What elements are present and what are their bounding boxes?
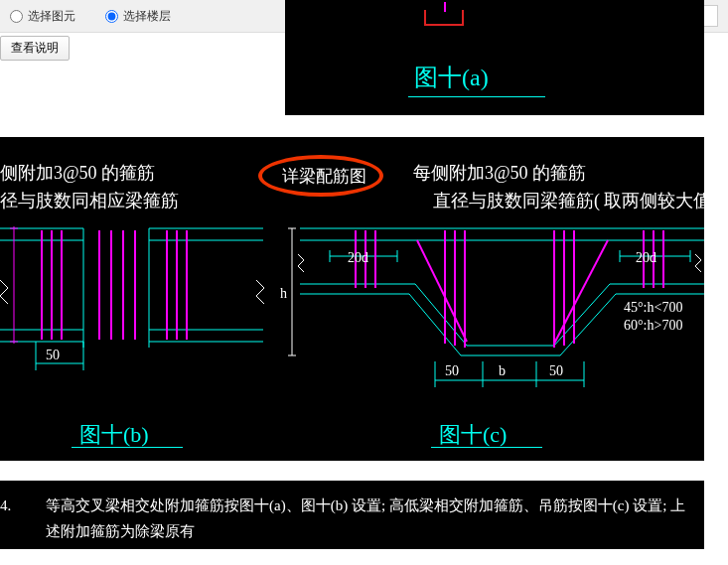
- text-right-line1: 每侧附加3@50 的箍筋: [413, 161, 586, 185]
- figure-label-c: 图十(c): [439, 420, 507, 450]
- red-bracket-icon: [424, 10, 464, 26]
- text-left-line1: 侧附加3@50 的箍筋: [0, 161, 155, 185]
- figure-underline-c: [431, 447, 542, 448]
- svg-line-36: [560, 294, 616, 355]
- text-right-line2: 直径与肢数同梁箍筋( 取两侧较大值): [433, 189, 718, 212]
- figure-underline: [408, 96, 545, 97]
- dim-h: h: [280, 286, 287, 302]
- radio-select-floor-input[interactable]: [105, 10, 118, 23]
- svg-line-62: [554, 240, 608, 344]
- dim-20d-left: 20d: [348, 250, 368, 266]
- cad-viewport-main: 侧附加3@50 的箍筋 径与肢数同相应梁箍筋 每侧附加3@50 的箍筋 直径与肢…: [0, 137, 704, 461]
- dim-50-left: 50: [46, 348, 60, 363]
- cad-viewport-top: 图十(a): [285, 0, 704, 115]
- radio-select-element-input[interactable]: [10, 10, 23, 23]
- figure-label-a: 图十(a): [414, 62, 489, 93]
- figure-underline-b: [72, 447, 183, 448]
- angle-note-2: 60°:h>700: [624, 318, 682, 334]
- radio-label: 选择图元: [28, 8, 75, 25]
- radio-select-floor[interactable]: 选择楼层: [105, 8, 171, 25]
- dim-50-center: 50: [445, 363, 459, 379]
- dim-20d-right: 20d: [636, 250, 656, 266]
- radio-select-element[interactable]: 选择图元: [10, 8, 75, 25]
- help-button[interactable]: 查看说明: [0, 36, 70, 61]
- note-number: 4.: [0, 493, 11, 518]
- svg-line-31: [554, 284, 610, 346]
- dim-50-right: 50: [549, 363, 563, 379]
- note-line2: 抗剪箍筋外增加的箍筋, 原有箍筋应照常设置, 不得共用。: [46, 544, 700, 565]
- note-line1: 等高交叉梁相交处附加箍筋按图十(a)、图十(b) 设置; 高低梁相交附加箍筋、吊…: [46, 493, 700, 544]
- text-left-line2: 径与肢数同相应梁箍筋: [0, 189, 179, 212]
- svg-line-61: [417, 240, 467, 342]
- svg-line-34: [409, 294, 461, 355]
- svg-line-29: [415, 284, 467, 346]
- radio-label: 选择楼层: [123, 8, 171, 25]
- cad-note-strip: 4. 等高交叉梁相交处附加箍筋按图十(a)、图十(b) 设置; 高低梁相交附加箍…: [0, 481, 704, 549]
- dim-b: b: [499, 363, 506, 379]
- figure-label-b: 图十(b): [79, 420, 149, 450]
- red-highlight-ellipse: [258, 155, 383, 197]
- angle-note-1: 45°:h<700: [624, 300, 682, 316]
